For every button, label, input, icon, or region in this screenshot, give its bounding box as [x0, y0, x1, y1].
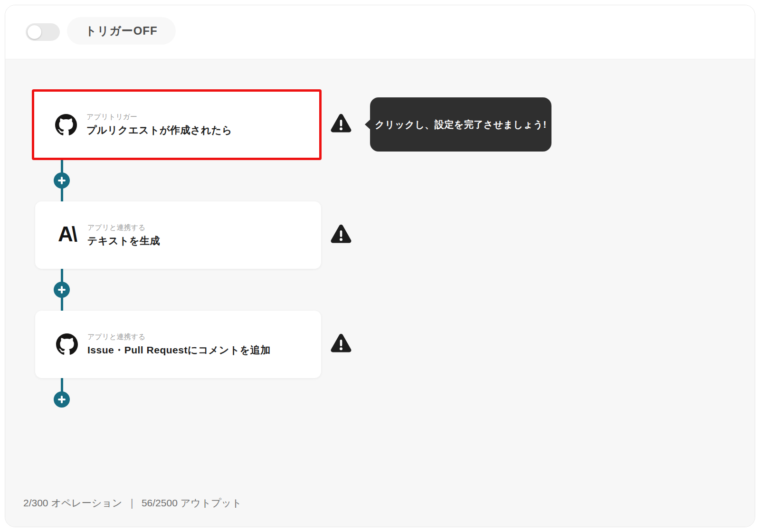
add-step-button[interactable]	[54, 282, 70, 298]
plus-icon	[54, 172, 70, 189]
node-type-label: アプリと連携する	[87, 223, 160, 232]
tooltip-arrow-icon	[365, 119, 370, 130]
operations-count: 2/300 オペレーション	[23, 496, 122, 510]
header-bar: トリガーOFF	[5, 5, 755, 59]
node-title: テキストを生成	[87, 234, 160, 247]
toggle-knob-icon	[28, 25, 41, 39]
trigger-toggle[interactable]	[26, 23, 60, 41]
workflow-node-trigger[interactable]: アプリトリガー プルリクエストが作成されたら	[34, 92, 319, 158]
usage-divider: ｜	[127, 496, 137, 510]
warning-icon	[330, 333, 352, 354]
setup-tooltip: クリックし、設定を完了させましょう!	[370, 97, 551, 152]
workflow-node-add-comment[interactable]: アプリと連携する Issue・Pull Requestにコメントを追加	[35, 311, 321, 378]
warning-icon	[330, 113, 352, 134]
plus-icon	[54, 391, 70, 408]
node-text: アプリと連携する テキストを生成	[87, 223, 160, 247]
node-text: アプリと連携する Issue・Pull Requestにコメントを追加	[87, 332, 271, 357]
anthropic-icon: A\	[56, 224, 78, 246]
github-icon	[56, 333, 78, 355]
warning-icon	[330, 224, 352, 245]
outputs-count: 56/2500 アウトプット	[142, 496, 242, 510]
workflow-node-trigger-highlight: アプリトリガー プルリクエストが作成されたら	[32, 89, 322, 160]
node-type-label: アプリトリガー	[86, 113, 232, 122]
node-title: プルリクエストが作成されたら	[86, 124, 232, 137]
workflow-editor-panel: トリガーOFF アプリトリガー プルリクエストが作成されたら	[5, 5, 755, 527]
node-text: アプリトリガー プルリクエストが作成されたら	[86, 113, 232, 137]
workflow-node-generate-text[interactable]: A\ アプリと連携する テキストを生成	[35, 201, 321, 269]
usage-status: 2/300 オペレーション ｜ 56/2500 アウトプット	[23, 496, 242, 510]
add-step-button[interactable]	[54, 172, 70, 189]
tooltip-text: クリックし、設定を完了させましょう!	[375, 118, 546, 131]
node-type-label: アプリと連携する	[87, 332, 271, 342]
workflow-canvas: アプリトリガー プルリクエストが作成されたら A\ アプリと連携する テキストを…	[5, 59, 755, 527]
plus-icon	[54, 282, 70, 298]
node-title: Issue・Pull Requestにコメントを追加	[87, 343, 271, 357]
trigger-status-badge: トリガーOFF	[67, 17, 176, 45]
github-icon	[55, 114, 77, 136]
add-step-button[interactable]	[54, 391, 70, 408]
